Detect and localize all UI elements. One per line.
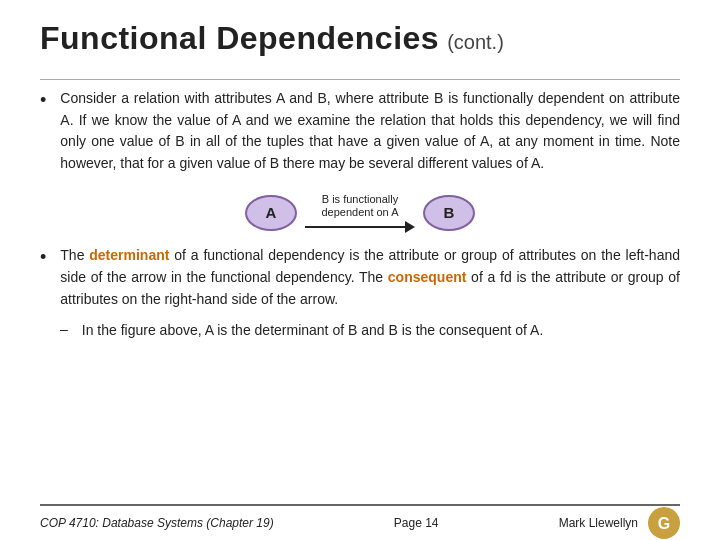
determinant-label: determinant	[89, 247, 169, 263]
logo-icon: G	[650, 509, 678, 537]
arrow-line-bar	[305, 226, 405, 228]
footer-left: COP 4710: Database Systems (Chapter 19)	[40, 516, 274, 530]
title-row: Functional Dependencies (cont.)	[40, 20, 680, 57]
dash-item-1: – In the figure above, A is the determin…	[40, 320, 680, 342]
slide-title-sub: (cont.)	[447, 31, 504, 54]
footer-center: Page 14	[394, 516, 439, 530]
dash-symbol-1: –	[60, 321, 68, 337]
arrow-head	[405, 221, 415, 233]
bullet-text-1: Consider a relation with attributes A an…	[60, 88, 680, 175]
bullet-text-2: The determinant of a functional dependen…	[60, 245, 680, 310]
slide: Functional Dependencies (cont.) • Consid…	[0, 0, 720, 540]
node-a: A	[245, 195, 297, 231]
content-area: • Consider a relation with attributes A …	[40, 88, 680, 504]
bullet-dot-2: •	[40, 247, 46, 268]
slide-title-main: Functional Dependencies	[40, 20, 439, 57]
footer-logo: G	[648, 507, 680, 539]
footer: COP 4710: Database Systems (Chapter 19) …	[40, 504, 680, 540]
bullet-dot-1: •	[40, 90, 46, 111]
bullet-item-1: • Consider a relation with attributes A …	[40, 88, 680, 175]
footer-right-text: Mark Llewellyn	[559, 516, 638, 530]
diagram-row: A B is functionally dependent on A B	[40, 193, 680, 233]
arrow-label: B is functionally dependent on A	[305, 193, 415, 233]
dash-text-1: In the figure above, A is the determinan…	[82, 320, 544, 342]
arrow-line	[305, 221, 415, 233]
arrow-label-line1: B is functionally dependent on A	[321, 193, 398, 219]
svg-text:G: G	[658, 515, 670, 532]
footer-right-group: Mark Llewellyn G	[559, 507, 680, 539]
bullet2-before: The	[60, 247, 89, 263]
title-divider	[40, 79, 680, 80]
bullet-item-2: • The determinant of a functional depend…	[40, 245, 680, 310]
node-b: B	[423, 195, 475, 231]
consequent-label: consequent	[388, 269, 467, 285]
